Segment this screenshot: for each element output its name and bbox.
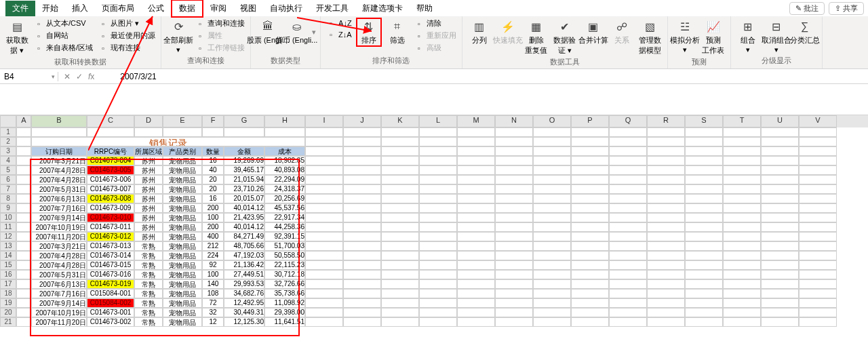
cell-empty[interactable] bbox=[723, 289, 761, 298]
cell-category[interactable]: 宠物用品 bbox=[163, 241, 202, 251]
cell-empty[interactable] bbox=[533, 156, 571, 165]
cell-rrpc[interactable]: C014673-008 bbox=[87, 194, 134, 203]
cell-empty[interactable] bbox=[533, 127, 571, 137]
cell-empty[interactable] bbox=[305, 279, 343, 289]
cell-empty[interactable] bbox=[723, 232, 761, 241]
cell-empty[interactable] bbox=[723, 146, 761, 156]
cell-empty[interactable] bbox=[685, 156, 723, 165]
cell-empty[interactable] bbox=[571, 251, 609, 260]
tab-页面布局[interactable]: 页面布局 bbox=[95, 1, 141, 16]
cell-date[interactable]: 2007年5月31日 bbox=[31, 184, 87, 194]
tab-开发工具[interactable]: 开发工具 bbox=[309, 1, 355, 16]
ribbon-btn-subtotal[interactable]: ∑分类汇总 bbox=[792, 18, 818, 47]
col-header-J[interactable]: J bbox=[343, 115, 381, 127]
cell-empty[interactable] bbox=[381, 260, 419, 270]
ribbon-small-Z↓A[interactable]: ▫Z↓A bbox=[325, 29, 353, 40]
cell[interactable] bbox=[16, 175, 31, 184]
enter-icon[interactable]: ✓ bbox=[76, 72, 83, 81]
cell-cost[interactable]: 22,294.09 bbox=[264, 175, 305, 184]
cell-rrpc[interactable]: C014673-014 bbox=[87, 251, 134, 260]
cell-empty[interactable] bbox=[799, 165, 837, 175]
cell-empty[interactable] bbox=[609, 165, 647, 175]
cell-empty[interactable] bbox=[343, 203, 381, 213]
cell-empty[interactable] bbox=[381, 184, 419, 194]
cell-category[interactable]: 宠物用品 bbox=[163, 222, 202, 232]
cell-empty[interactable] bbox=[761, 298, 799, 308]
cell-empty[interactable] bbox=[685, 213, 723, 222]
row-header[interactable]: 21 bbox=[0, 317, 16, 327]
row-header[interactable]: 20 bbox=[0, 308, 16, 317]
cell-empty[interactable] bbox=[381, 308, 419, 317]
header-cell[interactable]: 产品类别 bbox=[163, 146, 202, 156]
col-header-U[interactable]: U bbox=[761, 115, 799, 127]
cell-empty[interactable] bbox=[723, 156, 761, 165]
cell-empty[interactable] bbox=[381, 146, 419, 156]
cell-empty[interactable] bbox=[419, 317, 457, 327]
cell-empty[interactable] bbox=[647, 279, 685, 289]
cell-empty[interactable] bbox=[305, 156, 343, 165]
cell-category[interactable]: 宠物用品 bbox=[163, 289, 202, 298]
formula-value[interactable]: 2007/3/21 bbox=[100, 72, 156, 81]
cell[interactable] bbox=[16, 213, 31, 222]
cell-empty[interactable] bbox=[609, 213, 647, 222]
cell-empty[interactable] bbox=[533, 213, 571, 222]
cell-empty[interactable] bbox=[723, 251, 761, 260]
cell-rrpc[interactable]: C015084-001 bbox=[87, 289, 134, 298]
cell-empty[interactable] bbox=[685, 241, 723, 251]
cell-empty[interactable] bbox=[305, 270, 343, 279]
cell-category[interactable]: 宠物用品 bbox=[163, 156, 202, 165]
cell-empty[interactable] bbox=[799, 184, 837, 194]
col-header-I[interactable]: I bbox=[305, 115, 343, 127]
cell-empty[interactable] bbox=[457, 146, 495, 156]
cell-empty[interactable] bbox=[457, 270, 495, 279]
cell-empty[interactable] bbox=[305, 308, 343, 317]
cell-empty[interactable] bbox=[685, 279, 723, 289]
cell-empty[interactable] bbox=[224, 127, 264, 137]
cell-empty[interactable] bbox=[609, 298, 647, 308]
header-cell[interactable]: RRPC编号 bbox=[87, 146, 134, 156]
cell-empty[interactable] bbox=[495, 232, 533, 241]
cell-empty[interactable] bbox=[419, 127, 457, 137]
ribbon-btn-ungroup[interactable]: ⊟取消组合 ▾ bbox=[764, 18, 789, 56]
cell-empty[interactable] bbox=[305, 251, 343, 260]
ribbon-small-A↓Z[interactable]: ▫A↓Z bbox=[325, 18, 353, 28]
cell-empty[interactable] bbox=[533, 241, 571, 251]
header-cell[interactable]: 所属区域 bbox=[134, 146, 163, 156]
cell-region[interactable]: 常熟 bbox=[134, 270, 163, 279]
col-header-R[interactable]: R bbox=[647, 115, 685, 127]
row-header[interactable]: 16 bbox=[0, 270, 16, 279]
cell-empty[interactable] bbox=[343, 165, 381, 175]
cell-empty[interactable] bbox=[305, 127, 343, 137]
ribbon-btn-refresh[interactable]: ⟳全部刷新 ▾ bbox=[165, 18, 191, 56]
cell-empty[interactable] bbox=[343, 137, 381, 146]
cell-empty[interactable] bbox=[305, 194, 343, 203]
cell-region[interactable]: 苏州 bbox=[134, 232, 163, 241]
col-header-F[interactable]: F bbox=[202, 115, 224, 127]
cell-empty[interactable] bbox=[571, 194, 609, 203]
cell-empty[interactable] bbox=[419, 203, 457, 213]
cell-date[interactable]: 2007年4月28日 bbox=[31, 260, 87, 270]
ribbon-small-重新应用[interactable]: ▫重新应用 bbox=[413, 30, 458, 41]
row-header[interactable]: 9 bbox=[0, 203, 16, 213]
cell-empty[interactable] bbox=[761, 175, 799, 184]
cell-date[interactable]: 2007年11月20日 bbox=[31, 317, 87, 327]
cell-empty[interactable] bbox=[533, 146, 571, 156]
cell-empty[interactable] bbox=[495, 137, 533, 146]
cell-empty[interactable] bbox=[343, 317, 381, 327]
cell-empty[interactable] bbox=[685, 127, 723, 137]
cell-empty[interactable] bbox=[647, 146, 685, 156]
col-header-C[interactable]: C bbox=[87, 115, 134, 127]
cell-empty[interactable] bbox=[457, 156, 495, 165]
cell-empty[interactable] bbox=[609, 194, 647, 203]
cell-amount[interactable]: 21,136.42 bbox=[224, 260, 264, 270]
cell-empty[interactable] bbox=[685, 137, 723, 146]
cell-empty[interactable] bbox=[609, 156, 647, 165]
cell-qty[interactable]: 108 bbox=[202, 289, 224, 298]
cell-empty[interactable] bbox=[685, 232, 723, 241]
cell-empty[interactable] bbox=[495, 317, 533, 327]
cell-amount[interactable]: 12,125.30 bbox=[224, 317, 264, 327]
ribbon-small-来自表格/区域[interactable]: ▫来自表格/区域 bbox=[33, 42, 94, 54]
select-all-corner[interactable] bbox=[0, 115, 16, 127]
cell-date[interactable]: 2007年7月16日 bbox=[31, 203, 87, 213]
cell-empty[interactable] bbox=[647, 260, 685, 270]
